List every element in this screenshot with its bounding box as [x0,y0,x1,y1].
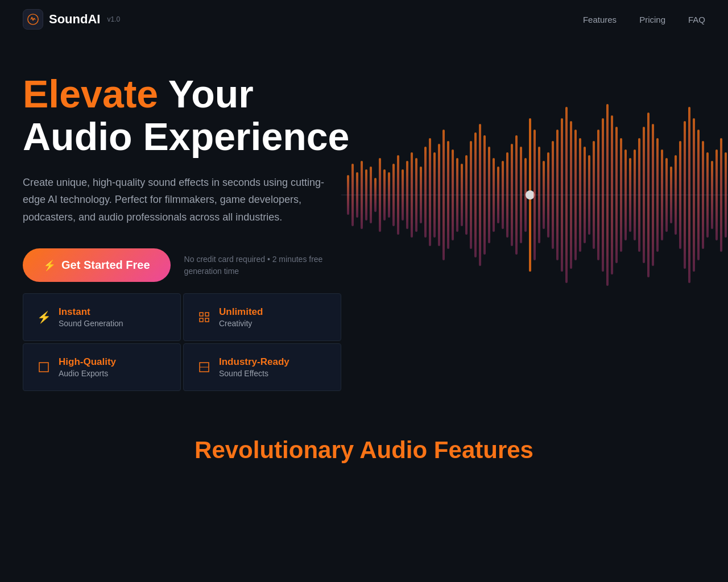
logo-icon [23,9,43,30]
svg-rect-67 [606,104,609,286]
svg-rect-27 [429,138,431,246]
svg-rect-74 [638,138,640,252]
bottom-section: Revolutionary Audio Features [0,391,728,487]
svg-rect-13 [365,169,367,221]
feature-highquality-subtitle: Audio Exports [59,369,116,378]
svg-rect-77 [652,124,654,266]
nav-faq[interactable]: FAQ [688,15,705,24]
svg-rect-59 [570,121,572,269]
svg-rect-42 [497,167,499,223]
hero-title: Elevate Your Audio Experience [23,73,353,158]
hero-cta-row: ⚡ Get Started Free No credit card requir… [23,248,353,282]
svg-rect-15 [374,178,377,212]
svg-rect-16 [379,158,381,232]
svg-rect-17 [383,169,386,221]
svg-rect-78 [656,138,659,252]
svg-rect-31 [447,141,449,249]
svg-rect-19 [392,164,395,226]
feature-instant-subtitle: Sound Generation [59,319,123,328]
svg-rect-39 [483,135,486,255]
svg-rect-81 [670,167,672,223]
svg-rect-4 [205,318,209,322]
svg-rect-36 [470,141,472,249]
svg-rect-28 [433,152,436,238]
svg-rect-26 [424,147,427,238]
hero-left: Elevate Your Audio Experience Create uni… [23,73,353,391]
svg-rect-35 [465,155,468,235]
nav-features[interactable]: Features [583,15,617,24]
nav-pricing[interactable]: Pricing [639,15,665,24]
svg-rect-43 [502,161,504,229]
svg-rect-76 [647,113,650,277]
svg-rect-90 [711,161,713,229]
feature-card-industryready: Industry-Ready Sound Effects [183,343,341,391]
feature-instant-title: Instant [59,306,123,318]
waveform-visualization [341,73,728,317]
svg-rect-30 [442,130,445,260]
svg-rect-70 [620,138,622,252]
svg-rect-80 [665,158,668,232]
svg-rect-71 [624,149,627,240]
feature-card-unlimited: Unlimited Creativity [183,293,341,341]
svg-rect-2 [205,313,209,316]
bolt-icon: ⚡ [43,259,56,272]
svg-rect-25 [420,167,422,223]
svg-rect-37 [474,132,477,257]
svg-rect-12 [361,161,363,229]
svg-rect-14 [370,167,372,223]
svg-rect-29 [438,144,440,246]
svg-rect-41 [493,158,495,232]
svg-rect-79 [661,149,663,240]
feature-industryready-subtitle: Sound Effects [219,369,289,378]
feature-unlimited-subtitle: Creativity [219,319,263,328]
svg-rect-58 [565,107,568,283]
hero-section: Elevate Your Audio Experience Create uni… [0,39,728,391]
feature-card-highquality: High-Quality Audio Exports [23,343,181,391]
svg-rect-75 [643,127,645,263]
svg-rect-84 [684,121,686,269]
feature-industryready-title: Industry-Ready [219,356,289,368]
svg-rect-34 [461,164,463,226]
svg-rect-56 [556,130,559,260]
svg-rect-69 [615,127,618,263]
svg-rect-85 [688,107,690,283]
nav-links: Features Pricing FAQ [583,15,705,24]
hero-title-highlight: Elevate [23,72,158,115]
feature-grid: ⚡ Instant Sound Generation Unlimited [23,282,341,391]
svg-rect-51 [533,130,536,260]
svg-rect-53 [543,161,545,229]
feature-card-instant: ⚡ Instant Sound Generation [23,293,181,341]
svg-rect-72 [629,158,631,232]
get-started-button[interactable]: ⚡ Get Started Free [23,248,171,282]
feature-card-highquality-text: High-Quality Audio Exports [59,356,116,378]
svg-rect-32 [452,149,454,240]
cta-label: Get Started Free [61,259,150,272]
svg-rect-1 [200,313,203,316]
navbar: SoundAI v1.0 Features Pricing FAQ [0,0,728,39]
svg-rect-61 [579,138,581,252]
svg-rect-18 [388,172,390,218]
logo[interactable]: SoundAI v1.0 [23,9,120,30]
svg-rect-40 [488,147,490,243]
svg-rect-52 [538,147,540,243]
svg-point-50 [526,190,535,199]
cta-note: No credit card required • 2 minutes free… [184,253,353,277]
square-icon [37,362,51,372]
svg-rect-87 [697,130,700,260]
svg-rect-5 [39,363,48,372]
feature-card-instant-text: Instant Sound Generation [59,306,123,328]
svg-rect-82 [675,155,677,235]
feature-highquality-title: High-Quality [59,356,116,368]
feature-unlimited-title: Unlimited [219,306,263,318]
svg-rect-64 [593,141,595,249]
waveform-container [341,73,728,317]
svg-rect-33 [456,158,458,232]
svg-rect-23 [411,152,413,238]
svg-rect-91 [715,149,718,240]
section-title: Revolutionary Audio Features [23,436,705,464]
feature-card-unlimited-text: Unlimited Creativity [219,306,263,328]
grid-icon [197,312,211,322]
svg-rect-20 [397,155,399,235]
svg-rect-45 [511,144,513,246]
svg-rect-11 [356,172,358,218]
